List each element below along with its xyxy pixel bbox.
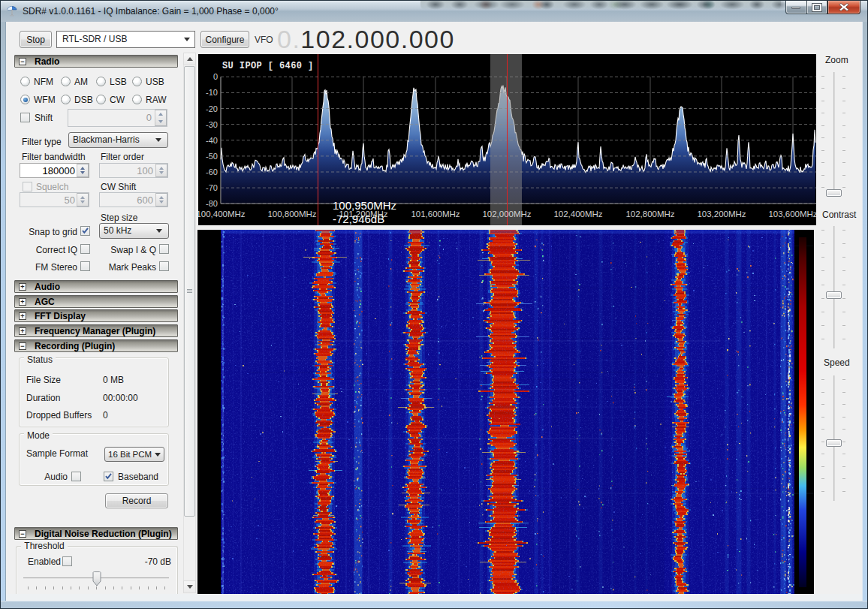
- svg-text:-40: -40: [206, 136, 218, 145]
- svg-text:-30: -30: [206, 120, 218, 129]
- svg-text:103,600MHz: 103,600MHz: [768, 210, 816, 219]
- svg-text:SU IPOP [ 6460 ]: SU IPOP [ 6460 ]: [222, 61, 314, 71]
- svg-text:-10: -10: [206, 88, 218, 97]
- svg-text:100,950MHz: 100,950MHz: [333, 199, 396, 212]
- svg-text:-72,946dB: -72,946dB: [333, 213, 384, 225]
- svg-text:-70: -70: [206, 183, 218, 192]
- svg-text:0: 0: [213, 72, 218, 81]
- svg-text:-80: -80: [206, 199, 218, 208]
- svg-text:100,800MHz: 100,800MHz: [267, 210, 316, 219]
- svg-text:101,600MHz: 101,600MHz: [411, 210, 460, 219]
- svg-text:-20: -20: [206, 104, 218, 113]
- svg-text:-50: -50: [206, 152, 218, 161]
- svg-text:100,400MHz: 100,400MHz: [198, 210, 246, 219]
- svg-text:102,000MHz: 102,000MHz: [482, 210, 531, 219]
- svg-text:103,200MHz: 103,200MHz: [697, 210, 746, 219]
- svg-text:102,800MHz: 102,800MHz: [625, 210, 674, 219]
- svg-text:-60: -60: [206, 167, 218, 176]
- svg-text:102,400MHz: 102,400MHz: [553, 210, 602, 219]
